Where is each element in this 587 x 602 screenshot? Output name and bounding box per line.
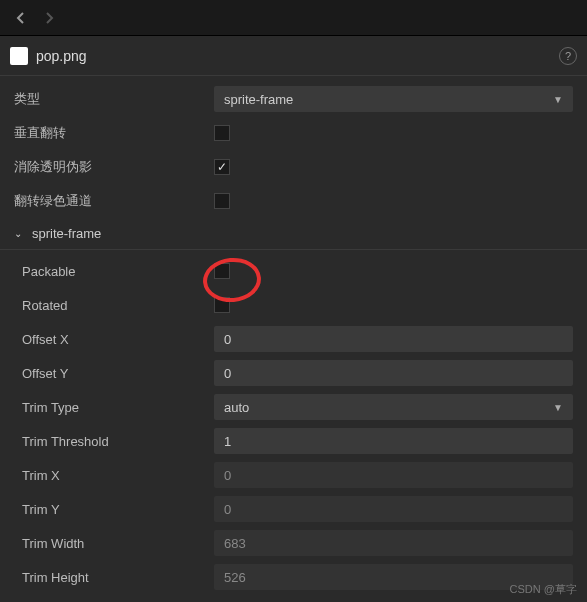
chevron-down-icon: ⌄ (14, 228, 26, 239)
trim-width-row: Trim Width (0, 526, 587, 560)
section-title: sprite-frame (32, 226, 101, 241)
chevron-down-icon: ▼ (553, 94, 563, 105)
flip-vertical-label: 垂直翻转 (14, 124, 214, 142)
help-icon[interactable]: ? (559, 47, 577, 65)
trim-type-select[interactable]: auto ▼ (214, 394, 573, 420)
offset-y-input[interactable] (214, 360, 573, 386)
offset-y-label: Offset Y (14, 366, 214, 381)
trim-y-label: Trim Y (14, 502, 214, 517)
section-header[interactable]: ⌄ sprite-frame (0, 218, 587, 250)
rotated-label: Rotated (14, 298, 214, 313)
type-value: sprite-frame (224, 92, 293, 107)
flip-vertical-row: 垂直翻转 (0, 116, 587, 150)
file-name: pop.png (36, 48, 551, 64)
trim-x-label: Trim X (14, 468, 214, 483)
type-row: 类型 sprite-frame ▼ (0, 82, 587, 116)
trim-height-row: Trim Height (0, 560, 587, 594)
properties-panel: 类型 sprite-frame ▼ 垂直翻转 消除透明伪影 ✓ 翻转绿色通道 ⌄… (0, 76, 587, 600)
rotated-checkbox[interactable] (214, 297, 230, 313)
offset-y-row: Offset Y (0, 356, 587, 390)
remove-ghost-row: 消除透明伪影 ✓ (0, 150, 587, 184)
watermark: CSDN @草字 (510, 582, 577, 597)
packable-label: Packable (14, 264, 214, 279)
trim-type-label: Trim Type (14, 400, 214, 415)
trim-width-input (214, 530, 573, 556)
file-icon (10, 47, 28, 65)
flip-vertical-checkbox[interactable] (214, 125, 230, 141)
trim-height-label: Trim Height (14, 570, 214, 585)
type-label: 类型 (14, 90, 214, 108)
flip-green-row: 翻转绿色通道 (0, 184, 587, 218)
trim-threshold-row: Trim Threshold (0, 424, 587, 458)
trim-type-value: auto (224, 400, 249, 415)
trim-threshold-input[interactable] (214, 428, 573, 454)
navigation-bar (0, 0, 587, 36)
forward-button[interactable] (38, 6, 62, 30)
type-select[interactable]: sprite-frame ▼ (214, 86, 573, 112)
rotated-row: Rotated (0, 288, 587, 322)
flip-green-label: 翻转绿色通道 (14, 192, 214, 210)
offset-x-input[interactable] (214, 326, 573, 352)
trim-width-label: Trim Width (14, 536, 214, 551)
packable-row: Packable (0, 254, 587, 288)
trim-y-input (214, 496, 573, 522)
offset-x-row: Offset X (0, 322, 587, 356)
remove-ghost-checkbox[interactable]: ✓ (214, 159, 230, 175)
trim-y-row: Trim Y (0, 492, 587, 526)
back-button[interactable] (8, 6, 32, 30)
trim-threshold-label: Trim Threshold (14, 434, 214, 449)
trim-type-row: Trim Type auto ▼ (0, 390, 587, 424)
remove-ghost-label: 消除透明伪影 (14, 158, 214, 176)
file-header: pop.png ? (0, 36, 587, 76)
trim-x-input (214, 462, 573, 488)
packable-checkbox[interactable] (214, 263, 230, 279)
flip-green-checkbox[interactable] (214, 193, 230, 209)
chevron-left-icon (16, 12, 24, 24)
offset-x-label: Offset X (14, 332, 214, 347)
chevron-right-icon (46, 12, 54, 24)
chevron-down-icon: ▼ (553, 402, 563, 413)
trim-x-row: Trim X (0, 458, 587, 492)
